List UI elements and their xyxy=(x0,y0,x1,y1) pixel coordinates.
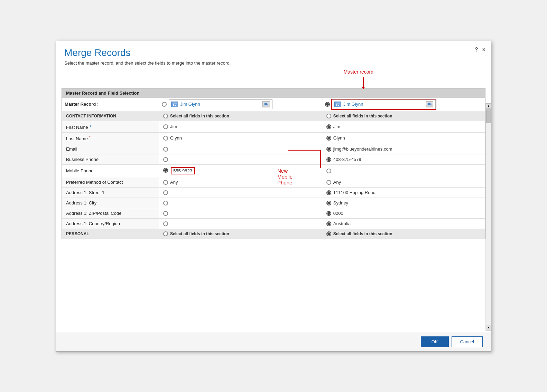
merge-table: Master Record : Jim Glynn xyxy=(62,98,485,239)
help-button[interactable]: ? xyxy=(475,47,478,53)
mobile-annotation-wrapper: New Mobile Phone xyxy=(163,168,168,174)
address-zip-row: Address 1: ZIP/Postal Code 0200 xyxy=(62,208,485,219)
first-name-required: + xyxy=(89,124,91,128)
merge-records-dialog: Merge Records Select the master record, … xyxy=(56,41,491,352)
address-country-label: Address 1: Country/Region xyxy=(62,219,159,229)
contact-info-select-all-2[interactable]: Select all fields in this section xyxy=(322,111,485,121)
business-phone-radio1[interactable] xyxy=(163,157,168,162)
email-label: Email xyxy=(62,144,159,154)
section-header: Master Record and Field Selection xyxy=(62,88,485,98)
address-street-radio2[interactable] xyxy=(326,190,331,195)
address-city-col2: Sydney xyxy=(322,198,485,208)
svg-rect-9 xyxy=(336,103,340,104)
last-name-label: Last Name * xyxy=(62,132,159,144)
svg-rect-11 xyxy=(338,105,340,105)
address-city-col1 xyxy=(159,198,322,208)
address-country-col2: Australia xyxy=(322,219,485,229)
dialog-header: Merge Records Select the master record, … xyxy=(56,41,491,69)
record1-name: Jim Glynn xyxy=(180,102,260,107)
address-country-radio2[interactable] xyxy=(326,221,331,226)
mobile-phone-radio2[interactable] xyxy=(326,169,331,173)
preferred-contact-row: Preferred Method of Contact Any Any xyxy=(62,177,485,188)
record1-lookup-btn[interactable] xyxy=(262,101,270,107)
preferred-contact-radio1[interactable] xyxy=(163,180,168,185)
address-city-radio1[interactable] xyxy=(163,201,168,205)
email-radio1[interactable] xyxy=(163,147,168,152)
address-zip-col1 xyxy=(159,208,322,219)
scrollbar-down-button[interactable]: ▼ xyxy=(486,325,491,331)
email-row: Email jimg@blueyonderairlines.com xyxy=(62,144,485,154)
master-record-row: Master Record : Jim Glynn xyxy=(62,98,485,111)
dialog-footer: OK Cancel xyxy=(56,332,491,351)
dialog-title: Merge Records xyxy=(64,47,483,58)
email-radio2[interactable] xyxy=(326,147,331,152)
personal-select-all-1[interactable]: Select all fields in this section xyxy=(159,229,322,239)
master-record-annotation-label: Master record xyxy=(344,69,373,75)
mobile-phone-radio1[interactable] xyxy=(163,168,168,173)
svg-rect-12 xyxy=(338,105,339,106)
mobile-phone-col1: New Mobile Phone 555-9823 xyxy=(159,165,322,177)
ok-button[interactable]: OK xyxy=(421,336,449,347)
first-name-radio1[interactable] xyxy=(163,124,168,129)
address-zip-radio1[interactable] xyxy=(163,211,168,216)
address-street-row: Address 1: Street 1 111100 Epping Road xyxy=(62,188,485,198)
contact-select-all-radio1[interactable] xyxy=(163,114,168,118)
svg-rect-14 xyxy=(428,103,430,105)
svg-rect-4 xyxy=(175,105,176,106)
last-name-radio1[interactable] xyxy=(163,136,168,141)
address-street-col2: 111100 Epping Road xyxy=(322,188,485,198)
personal-select-all-radio1[interactable] xyxy=(163,231,168,236)
scrollbar-thumb[interactable] xyxy=(486,109,491,123)
last-name-radio2[interactable] xyxy=(326,136,331,141)
record1-selector[interactable]: Jim Glynn xyxy=(169,99,272,109)
first-name-col1: Jim xyxy=(159,121,322,132)
last-name-required: * xyxy=(89,135,90,139)
address-zip-label: Address 1: ZIP/Postal Code xyxy=(62,208,159,219)
business-phone-col1 xyxy=(159,154,322,165)
svg-rect-15 xyxy=(430,104,431,105)
last-name-row: Last Name * Glynn Glynn xyxy=(62,132,485,144)
scrollbar[interactable]: ▲ ▼ xyxy=(485,103,491,331)
record1-master-radio[interactable] xyxy=(162,102,167,107)
svg-point-10 xyxy=(336,104,337,106)
svg-rect-3 xyxy=(175,105,176,105)
annotation-area: Master record xyxy=(56,69,491,88)
personal-select-all-radio2[interactable] xyxy=(326,231,331,236)
contact-info-select-all-1[interactable]: Select all fields in this section xyxy=(159,111,322,121)
preferred-contact-col1: Any xyxy=(159,177,322,188)
first-name-label: First Name + xyxy=(62,121,159,132)
last-name-col1: Glynn xyxy=(159,132,322,144)
preferred-contact-radio2[interactable] xyxy=(326,180,331,185)
mobile-phone-value1: 555-9823 xyxy=(171,167,195,174)
master-record-arrow xyxy=(363,77,364,87)
address-city-radio2[interactable] xyxy=(326,201,331,205)
preferred-contact-label: Preferred Method of Contact xyxy=(62,177,159,188)
record2-selector[interactable]: Jim Glynn xyxy=(332,99,436,109)
close-button[interactable]: × xyxy=(482,47,485,53)
address-street-radio1[interactable] xyxy=(163,190,168,195)
last-name-col2: Glynn xyxy=(322,132,485,144)
mobile-phone-label: Mobile Phone xyxy=(62,165,159,177)
svg-rect-7 xyxy=(268,104,268,105)
record2-master-radio[interactable] xyxy=(325,102,330,107)
cancel-button[interactable]: Cancel xyxy=(452,336,483,347)
business-phone-label: Business Phone xyxy=(62,154,159,165)
address-country-radio1[interactable] xyxy=(163,221,168,226)
record2-lookup-btn[interactable] xyxy=(426,101,433,107)
preferred-contact-col2: Any xyxy=(322,177,485,188)
business-phone-radio2[interactable] xyxy=(326,157,331,162)
record1-icon xyxy=(171,102,178,107)
record2-icon xyxy=(334,102,341,107)
personal-select-all-2[interactable]: Select all fields in this section xyxy=(322,229,485,239)
merge-table-container: Master Record and Field Selection Master… xyxy=(62,88,485,239)
dialog-subtitle: Select the master record, and then selec… xyxy=(64,60,483,66)
address-zip-radio2[interactable] xyxy=(326,211,331,216)
address-city-row: Address 1: City Sydney xyxy=(62,198,485,208)
email-col2: jimg@blueyonderairlines.com xyxy=(322,144,485,154)
address-street-col1 xyxy=(159,188,322,198)
scrollbar-up-button[interactable]: ▲ xyxy=(486,103,491,109)
first-name-radio2[interactable] xyxy=(326,124,331,129)
contact-select-all-radio2[interactable] xyxy=(326,114,331,118)
contact-info-section-row: CONTACT INFORMATION Select all fields in… xyxy=(62,111,485,121)
address-country-row: Address 1: Country/Region Australia xyxy=(62,219,485,229)
